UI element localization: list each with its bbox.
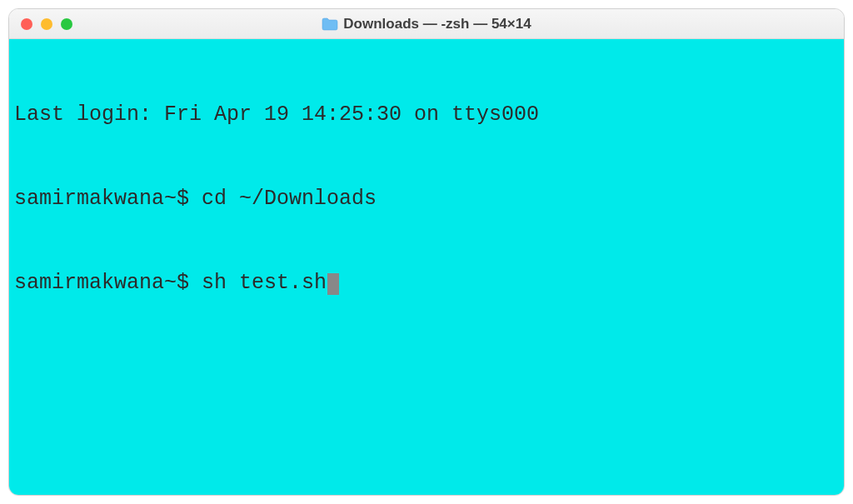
terminal-line: samirmakwana~$ cd ~/Downloads [14,185,839,213]
window-title: Downloads — -zsh — 54×14 [343,16,531,32]
window-title-area: Downloads — -zsh — 54×14 [9,16,844,32]
terminal-line-login: Last login: Fri Apr 19 14:25:30 on ttys0… [14,101,839,129]
terminal-content[interactable]: Last login: Fri Apr 19 14:25:30 on ttys0… [9,39,844,495]
folder-icon [322,17,338,31]
prompt: samirmakwana~$ [14,187,202,211]
terminal-line-current: samirmakwana~$ sh test.sh [14,269,839,297]
close-button[interactable] [21,18,32,30]
minimize-button[interactable] [41,18,52,30]
zoom-button[interactable] [61,18,72,30]
traffic-lights [21,18,72,30]
window-titlebar[interactable]: Downloads — -zsh — 54×14 [9,9,844,39]
command-text: cd ~/Downloads [202,187,377,211]
prompt: samirmakwana~$ [14,271,202,295]
terminal-window: Downloads — -zsh — 54×14 Last login: Fri… [8,8,845,496]
login-message: Last login: Fri Apr 19 14:25:30 on ttys0… [14,102,539,127]
command-text: sh test.sh [202,271,327,295]
cursor [327,273,339,295]
